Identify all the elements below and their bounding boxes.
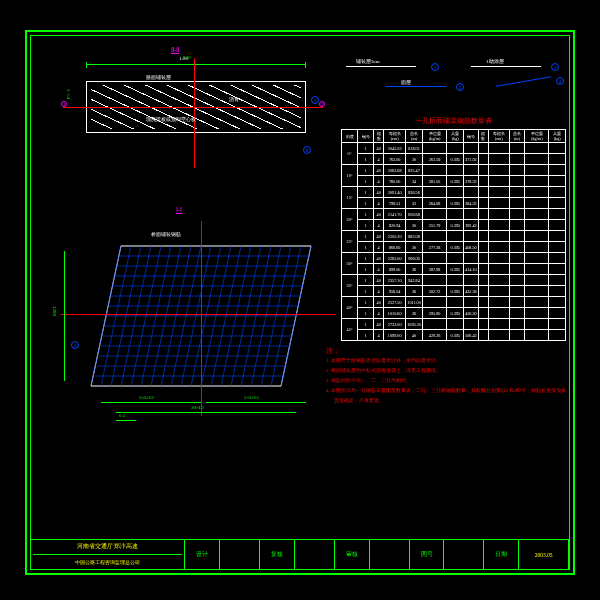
label-mid: 沥青 [229,96,239,102]
data-cell: 408.50 [464,242,479,253]
data-cell: 0.395 [447,176,464,187]
data-cell: 378.32 [464,176,479,187]
data-cell: 763.00 [384,154,406,165]
data-cell: 2205.20 [384,231,406,242]
drawing-frame: Ⅱ-Ⅱ 1:20 620 路面铺装层 现浇梁板或预制空心板 沥青 5×4 A B… [25,30,575,575]
note-item: 2. 桥面铺装层为中粒式沥青混凝土，详见工程图纸。 [326,366,566,376]
data-cell: 40 [374,165,384,176]
data-cell [423,297,447,308]
cut-mark-left: Ⅰ [61,101,67,107]
data-cell: 0.395 [447,308,464,319]
table-header: 单位重(kg/m) [423,130,447,143]
data-cell [464,165,479,176]
design-label: 设计 [185,540,220,569]
plan-label: 桥面铺装钢筋 [151,231,181,237]
data-cell [464,297,479,308]
data-cell: 1 [358,143,374,154]
table-row: 14820.9430251.790.395392.42 [342,220,566,231]
data-cell: 36 [406,264,423,275]
data-cell [423,253,447,264]
data-cell: 1 [358,242,374,253]
data-cell [464,253,479,264]
data-cell: 4 [374,264,384,275]
data-cell: 1 [358,165,374,176]
note-item: 1. 本图尺寸除钢筋直径以毫米计外，余均以厘米计。 [326,356,566,366]
section-2-title: Ⅱ-Ⅱ [171,46,179,54]
section-2-view: Ⅱ-Ⅱ 1:20 620 路面铺装层 现浇梁板或预制空心板 沥青 5×4 A B… [61,46,321,191]
angle-cell: 15° [342,187,358,209]
data-cell: 30 [406,220,423,231]
data-cell: 40 [374,297,384,308]
data-cell: 371.92 [464,154,479,165]
data-cell [447,231,464,242]
data-cell: 2045.03 [384,143,406,154]
data-cell: 36 [406,308,423,319]
data-cell [423,209,447,220]
label-top-layer: 路面铺装层 [146,74,171,80]
table-row: 10°1402063.68825.47 [342,165,566,176]
data-cell [423,275,447,286]
data-cell [447,275,464,286]
data-cell: 392.42 [464,220,479,231]
data-cell [447,187,464,198]
data-cell: 34 [406,176,423,187]
data-cell: 1099.00 [384,330,406,341]
data-cell: 1 [358,231,374,242]
side-dim: 5×4 [66,89,71,99]
data-cell: 818.01 [406,143,423,154]
table-header: 根数 [374,130,384,143]
data-cell [423,165,447,176]
table-row: 45°1402733.001093.20 [342,319,566,330]
dim-line [86,64,306,65]
data-cell: 1 [358,187,374,198]
table-row: 35°1402357.10942.84 [342,275,566,286]
data-cell [423,319,447,330]
data-cell: 1010.60 [384,308,406,319]
data-cell: 1 [358,220,374,231]
check-value [370,540,410,569]
label-bot-layer: 现浇梁板或预制空心板 [146,116,196,122]
data-cell: 40 [374,231,384,242]
dim-half2: 5×L0/2 [206,402,306,403]
table-header: 钢号 [358,130,374,143]
note-item: 4. 本图所示为一孔钢筋布置图及数量表，二孔、三孔桥钢筋数量，其根数分别乘以2和… [326,386,566,406]
data-cell: 882.08 [406,231,423,242]
table-row: 14899.0036287.980.395414.10 [342,264,566,275]
cut-mark-right: Ⅰ [319,101,325,107]
data-cell: 506.42 [464,330,479,341]
data-cell: 1 [358,253,374,264]
data-cell: 30 [406,242,423,253]
table-header: 单位重(kg/m) [525,130,549,143]
data-table: 斜度钢号根数每根长(cm)总长(m)单位重(kg/m)共重(kg)钢号根数每根长… [341,129,566,341]
angle-cell: 40° [342,297,358,319]
data-cell: 32 [406,198,423,209]
dim-half1: 5×L0/2 [101,402,201,403]
data-cell: 1 [358,198,374,209]
data-cell: 1 [358,330,374,341]
data-cell: 899.00 [384,264,406,275]
data-cell [464,143,479,154]
data-cell: 4 [374,286,384,297]
data-cell: 958.04 [384,286,406,297]
data-cell: 1 [358,286,374,297]
data-cell: 1093.20 [406,319,423,330]
table-row: 14866.6030277.380.395408.50 [342,242,566,253]
data-cell: 4 [374,154,384,165]
legend-label-2: 1助涂层 [486,58,504,64]
data-cell [464,187,479,198]
data-cell [447,253,464,264]
legend-mark-4: 4 [556,77,564,85]
legend-label-1: 铺装层3cm [356,58,380,64]
data-cell: 820.94 [384,220,406,231]
table-row: 15°1402091.40836.56 [342,187,566,198]
data-cell: 825.47 [406,165,423,176]
legend: 铺装层3cm 1 1助涂层 2 面层 3 4 [341,61,566,101]
data-cell: 780.00 [384,176,406,187]
data-cell: 456.30 [464,308,479,319]
table-header: 每根长(cm) [488,130,509,143]
data-cell [447,143,464,154]
table-row: 30°1402265.00906.00 [342,253,566,264]
data-cell: 942.84 [406,275,423,286]
data-cell: 0.395 [447,264,464,275]
section-1-view: Ⅰ-Ⅰ 桥面铺装钢筋 39×L1 5×L0/2 5×L0/2 0.5 1200 … [56,211,336,421]
